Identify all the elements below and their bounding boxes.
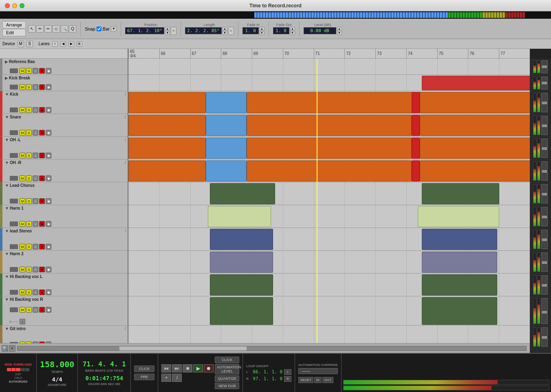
scroll-bar[interactable] xyxy=(17,346,527,351)
rs-fader-hi-backing-r[interactable] xyxy=(541,298,548,324)
minimize-button[interactable] xyxy=(12,3,17,8)
timeline-ruler[interactable]: 65 4/4666768697071727374757677 xyxy=(128,49,530,59)
rs-fader-hi-backing-l[interactable] xyxy=(541,275,548,295)
clip-harm1-1[interactable] xyxy=(418,206,499,227)
track-btn-snare-2[interactable]: ♪ xyxy=(33,130,38,136)
device-s-btn[interactable]: S xyxy=(26,41,33,47)
track-btn-lead-stereo-1[interactable]: S xyxy=(26,244,32,250)
track-collapse-arrow-lead-chorus[interactable]: ▼ xyxy=(5,183,9,188)
track-btn-harm2-1[interactable]: S xyxy=(26,267,32,272)
clip-oh-r-4[interactable] xyxy=(420,160,530,182)
track-btn-lead-stereo-3[interactable]: ● xyxy=(39,244,45,250)
length-down[interactable]: ▼ xyxy=(223,31,227,35)
clip-kick-1[interactable] xyxy=(206,92,247,113)
clip-snare-1[interactable] xyxy=(206,115,247,136)
track-btn-referens-bas-3[interactable]: ● xyxy=(39,68,45,74)
track-collapse-arrow-oh-l[interactable]: ▼ xyxy=(5,138,9,142)
track-btn-lead-stereo-0[interactable]: M xyxy=(20,244,25,250)
track-btn-hi-backing-l-0[interactable]: M xyxy=(20,289,25,295)
clip-oh-l-1[interactable] xyxy=(206,138,247,159)
track-btn-hi-backing-l-4[interactable]: ◉ xyxy=(46,289,51,295)
track-btn-harm1-4[interactable]: ◉ xyxy=(46,221,51,227)
clip-oh-r-0[interactable] xyxy=(128,160,206,182)
minus-btn[interactable]: / xyxy=(172,374,182,382)
track-btn-oh-r-2[interactable]: ♪ xyxy=(33,175,38,181)
clip-oh-r-3[interactable] xyxy=(412,160,420,182)
clip-harm2-1[interactable] xyxy=(422,252,497,273)
track-row-oh-r[interactable] xyxy=(128,160,530,182)
clip-harm2-0[interactable] xyxy=(210,252,273,273)
rewind-btn[interactable]: ⏮ xyxy=(161,364,171,372)
automation-level-btn[interactable]: AUTOMATION LEVEL xyxy=(215,364,239,374)
track-btn-kick-1[interactable]: S xyxy=(26,107,32,113)
track-btn-oh-l-0[interactable]: M xyxy=(20,153,25,158)
track-btn-harm2-0[interactable]: M xyxy=(20,267,25,272)
scroll-thumb[interactable] xyxy=(119,346,247,350)
clip-kick-3[interactable] xyxy=(412,92,420,113)
clip-oh-l-4[interactable] xyxy=(420,138,530,159)
track-collapse-arrow-oh-r[interactable]: ▼ xyxy=(5,160,9,165)
edit-button[interactable]: Edit xyxy=(2,29,26,36)
track-edit-icon-git-intro[interactable]: / xyxy=(125,326,126,331)
track-btn-kick-0[interactable]: M xyxy=(20,107,25,113)
track-btn-lead-chorus-3[interactable]: ● xyxy=(39,198,45,204)
track-collapse-arrow-kick-break[interactable]: ▶ xyxy=(5,76,8,80)
track-collapse-arrow-snare[interactable]: ▼ xyxy=(5,115,9,119)
length-up[interactable]: ▲ xyxy=(223,27,227,31)
track-btn-snare-4[interactable]: ◉ xyxy=(46,130,51,136)
rs-fader-referens-bas[interactable] xyxy=(541,60,548,73)
forward-btn[interactable]: ⏭ xyxy=(172,364,182,372)
track-btn-oh-l-3[interactable]: ● xyxy=(39,153,45,158)
track-btn-hi-backing-r-1[interactable]: S xyxy=(26,307,32,313)
track-btn-harm1-2[interactable]: ♪ xyxy=(33,221,38,227)
lanes-grid-btn[interactable]: ⊞ xyxy=(77,41,82,47)
track-btn-hi-backing-l-2[interactable]: ♪ xyxy=(33,289,38,295)
track-btn-hi-backing-l-1[interactable]: S xyxy=(26,289,32,295)
position-down[interactable]: ▼ xyxy=(165,31,170,35)
track-btn-oh-r-4[interactable]: ◉ xyxy=(46,175,51,181)
length-display[interactable]: 2. 2. 2. 85° xyxy=(185,27,221,34)
track-row-referens-bas[interactable] xyxy=(128,59,530,75)
track-btn-hi-backing-r-0[interactable]: M xyxy=(20,307,25,313)
track-btn-harm1-0[interactable]: M xyxy=(20,221,25,227)
track-btn-kick-break-1[interactable]: S xyxy=(26,84,32,90)
fade-in-down[interactable]: ▼ xyxy=(260,31,264,35)
track-row-hi-backing-l[interactable] xyxy=(128,274,530,296)
clip-oh-l-0[interactable] xyxy=(128,138,206,159)
track-btn-kick-break-2[interactable]: ♪ xyxy=(33,84,38,90)
track-btn-kick-break-4[interactable]: ◉ xyxy=(46,84,51,90)
clip-oh-r-2[interactable] xyxy=(247,160,412,182)
track-btn-hi-backing-r-3[interactable]: ● xyxy=(39,307,45,313)
length-equals[interactable]: = xyxy=(228,27,234,35)
track-edit-icon-snare[interactable]: / xyxy=(125,115,126,119)
track-btn-referens-bas-0[interactable]: M xyxy=(20,68,25,74)
track-btn-harm1-3[interactable]: ● xyxy=(39,221,45,227)
rs-fader-lead-stereo[interactable] xyxy=(541,230,548,249)
new-dub-btn[interactable]: NEW DUB xyxy=(215,383,239,389)
record-btn[interactable]: ⏺ xyxy=(204,364,214,372)
track-btn-oh-l-1[interactable]: S xyxy=(26,153,32,158)
clip-snare-4[interactable] xyxy=(420,115,530,136)
lanes-nav-btn[interactable]: ◀ xyxy=(60,41,66,47)
track-btn-snare-0[interactable]: M xyxy=(20,130,25,136)
track-btn-referens-bas-1[interactable]: S xyxy=(26,68,32,74)
rs-fader-oh-l[interactable] xyxy=(541,138,548,158)
track-row-oh-l[interactable] xyxy=(128,137,530,160)
track-btn-kick-break-3[interactable]: ● xyxy=(39,84,45,90)
track-collapse-arrow-kick[interactable]: ▼ xyxy=(5,92,9,96)
pre-btn[interactable]: PRE xyxy=(134,374,154,380)
zoom-in-btn[interactable]: + xyxy=(9,345,15,352)
track-row-kick-break[interactable] xyxy=(128,75,530,91)
loop-r-btn[interactable]: R xyxy=(284,376,291,382)
plus-btn[interactable]: + xyxy=(161,374,171,382)
clip-kick-2[interactable] xyxy=(247,92,422,113)
clip-hi-backing-r-0[interactable] xyxy=(210,297,273,325)
reset-btn[interactable]: RESET xyxy=(298,377,313,383)
extra-tool[interactable]: Q xyxy=(69,25,76,33)
pencil-tool[interactable]: ✏ xyxy=(36,25,44,33)
position-equals[interactable]: = xyxy=(171,27,176,35)
hi-backing-r-auto-btn[interactable]: ↓ xyxy=(20,319,25,324)
rs-fader-lead-chorus[interactable] xyxy=(541,184,548,204)
rs-fader-harm2[interactable] xyxy=(541,252,548,272)
track-row-hi-backing-r[interactable] xyxy=(128,296,530,326)
